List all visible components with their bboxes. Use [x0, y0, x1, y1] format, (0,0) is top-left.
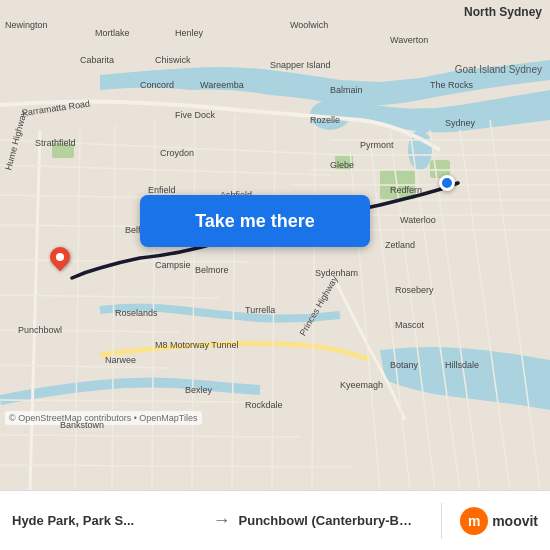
destination-marker — [439, 175, 455, 191]
map-label: Cabarita — [80, 55, 114, 65]
map-label: Croydon — [160, 148, 194, 158]
map-label: Balmain — [330, 85, 363, 95]
map-label: Bankstown — [60, 420, 104, 430]
bottom-bar: Hyde Park, Park S... → Punchbowl (Canter… — [0, 490, 550, 550]
goat-island-label: Goat Island Sydney — [455, 64, 542, 75]
map-label: Campsie — [155, 260, 191, 270]
map-label: Mascot — [395, 320, 424, 330]
map-label: Concord — [140, 80, 174, 90]
map-label: Newington — [5, 20, 48, 30]
from-location-name: Hyde Park, Park S... — [12, 513, 192, 528]
map-label: Waverton — [390, 35, 428, 45]
map-label: Sydney — [445, 118, 475, 128]
separator — [441, 503, 442, 539]
map-label: Enfield — [148, 185, 176, 195]
to-location: Punchbowl (Canterbury-Bank... — [239, 513, 432, 528]
moovit-icon: m — [460, 507, 488, 535]
map-label: Rosebery — [395, 285, 434, 295]
north-sydney-label: North Sydney — [464, 5, 542, 19]
map-label: Mortlake — [95, 28, 130, 38]
map-label: Strathfield — [35, 138, 76, 148]
map-container: NewingtonMortlakeHenleyWoolwichWavertonC… — [0, 0, 550, 490]
arrow-icon: → — [213, 510, 231, 531]
map-label: Pyrmont — [360, 140, 394, 150]
map-label: Narwee — [105, 355, 136, 365]
map-label: Chiswick — [155, 55, 191, 65]
map-label: Wareemba — [200, 80, 244, 90]
map-label: Five Dock — [175, 110, 215, 120]
map-label: Turrella — [245, 305, 275, 315]
map-label: Belmore — [195, 265, 229, 275]
map-label: Sydenham — [315, 268, 358, 278]
map-label: Rockdale — [245, 400, 283, 410]
map-label: Kyeemagh — [340, 380, 383, 390]
map-label: Hillsdale — [445, 360, 479, 370]
origin-marker — [48, 247, 72, 275]
map-label: Bexley — [185, 385, 212, 395]
map-label: M8 Motorway Tunnel — [155, 340, 239, 350]
take-me-there-button[interactable]: Take me there — [140, 195, 370, 247]
map-label: Woolwich — [290, 20, 328, 30]
from-location: Hyde Park, Park S... — [12, 513, 205, 528]
moovit-text: moovit — [492, 513, 538, 529]
moovit-logo: m moovit — [460, 507, 538, 535]
map-label: Botany — [390, 360, 418, 370]
map-label: Henley — [175, 28, 203, 38]
map-label: Roselands — [115, 308, 158, 318]
map-label: Punchbowl — [18, 325, 62, 335]
map-label: Snapper Island — [270, 60, 331, 70]
map-label: Glebe — [330, 160, 354, 170]
map-label: Zetland — [385, 240, 415, 250]
to-location-name: Punchbowl (Canterbury-Bank... — [239, 513, 419, 528]
map-label: The Rocks — [430, 80, 473, 90]
map-label: Redfern — [390, 185, 422, 195]
map-label: Rozelle — [310, 115, 340, 125]
map-label: Waterloo — [400, 215, 436, 225]
